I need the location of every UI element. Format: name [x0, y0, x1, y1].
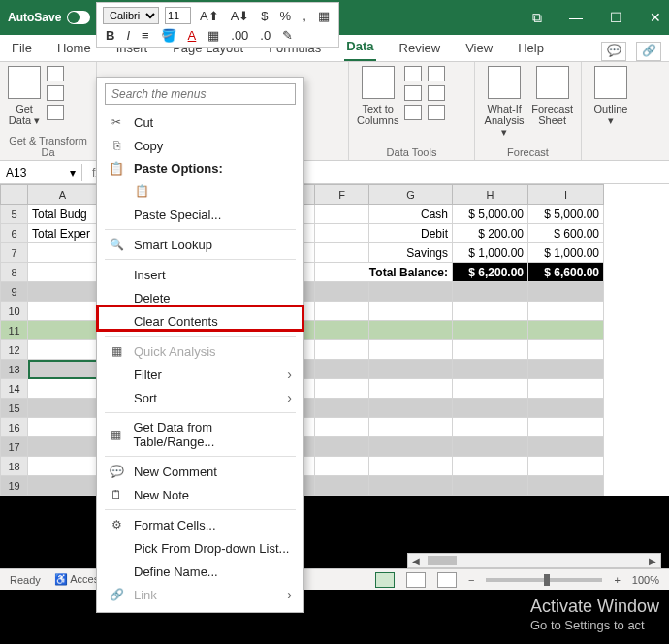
remove-dup-icon[interactable]: [404, 85, 422, 101]
increase-font-icon[interactable]: A⬆: [197, 9, 222, 23]
what-if-icon[interactable]: [488, 66, 521, 99]
font-select[interactable]: Calibri: [103, 7, 159, 24]
ctx-pick-dropdown[interactable]: Pick From Drop-down List...: [97, 536, 303, 560]
italic-button[interactable]: I: [123, 28, 133, 43]
view-page-layout-icon[interactable]: [406, 572, 426, 588]
row-6[interactable]: 6: [1, 224, 28, 243]
view-normal-icon[interactable]: [375, 572, 395, 588]
cell[interactable]: Savings: [369, 243, 453, 263]
tab-review[interactable]: Review: [398, 37, 443, 61]
consolidate-icon[interactable]: [428, 66, 445, 81]
ctx-clear-contents[interactable]: Clear Contents: [97, 309, 303, 333]
col-G[interactable]: G: [369, 185, 453, 205]
get-data-icon[interactable]: [8, 66, 41, 99]
row-5[interactable]: 5: [1, 205, 28, 224]
tab-file[interactable]: File: [10, 37, 34, 61]
view-page-break-icon[interactable]: [437, 572, 457, 588]
row-10[interactable]: 10: [1, 302, 28, 321]
cell[interactable]: $ 1,000.00: [528, 243, 604, 263]
forecast-sheet-icon[interactable]: [536, 66, 569, 99]
maximize-icon[interactable]: ☐: [610, 10, 622, 25]
row-17[interactable]: 17: [1, 437, 28, 457]
row-9[interactable]: 9: [1, 282, 28, 302]
comma-icon[interactable]: ,: [300, 9, 309, 23]
select-all-corner[interactable]: [1, 185, 28, 205]
what-if-button[interactable]: What-If Analysis ▾: [483, 101, 526, 139]
outline-button[interactable]: Outline ▾: [589, 101, 632, 127]
row-16[interactable]: 16: [1, 418, 28, 437]
outline-icon[interactable]: [594, 66, 627, 99]
cell[interactable]: Total Exper: [28, 224, 98, 243]
from-web-icon[interactable]: [47, 85, 64, 101]
minimize-icon[interactable]: —: [569, 10, 583, 25]
cell[interactable]: Cash: [369, 205, 453, 224]
decrease-font-icon[interactable]: A⬇: [228, 9, 253, 23]
active-cell[interactable]: [28, 360, 98, 379]
row-11[interactable]: 11: [1, 321, 28, 340]
text-to-columns-icon[interactable]: [362, 66, 395, 99]
fill-color-icon[interactable]: 🪣: [158, 28, 179, 43]
percent-icon[interactable]: %: [277, 9, 295, 23]
cell[interactable]: $ 6,200.00: [453, 263, 528, 282]
zoom-slider[interactable]: [486, 578, 602, 582]
row-7[interactable]: 7: [1, 243, 28, 263]
cell[interactable]: $ 200.00: [453, 224, 528, 243]
cell[interactable]: $ 6,600.00: [528, 263, 604, 282]
ctx-copy[interactable]: ⎘Copy: [97, 134, 303, 157]
format-table-icon[interactable]: ▦: [315, 9, 333, 23]
ctx-filter[interactable]: Filter: [97, 363, 303, 386]
col-F[interactable]: F: [315, 185, 369, 205]
col-I[interactable]: I: [528, 185, 604, 205]
cell[interactable]: Debit: [369, 224, 453, 243]
ctx-new-note[interactable]: 🗒New Note: [97, 483, 303, 506]
zoom-in-icon[interactable]: +: [614, 574, 620, 586]
flash-fill-icon[interactable]: [404, 66, 422, 81]
forecast-sheet-button[interactable]: Forecast Sheet: [531, 101, 573, 126]
row-14[interactable]: 14: [1, 379, 28, 399]
ctx-format-cells[interactable]: ⚙Format Cells...: [97, 513, 303, 536]
decrease-decimal-icon[interactable]: .00: [228, 28, 251, 43]
close-icon[interactable]: ✕: [650, 10, 661, 25]
status-accessibility[interactable]: ♿ Acces: [54, 573, 99, 586]
tab-help[interactable]: Help: [516, 37, 546, 61]
text-to-columns-button[interactable]: Text to Columns: [357, 101, 398, 126]
zoom-level[interactable]: 100%: [632, 574, 659, 586]
name-box[interactable]: A13▾: [0, 164, 82, 181]
currency-icon[interactable]: $: [258, 9, 271, 23]
ctx-smart-lookup[interactable]: 🔍Smart Lookup: [97, 233, 303, 256]
cell[interactable]: Total Balance:: [315, 263, 453, 282]
zoom-out-icon[interactable]: −: [468, 574, 474, 586]
scroll-left-icon[interactable]: ◀: [408, 556, 424, 566]
get-data-button[interactable]: Get Data ▾: [8, 101, 41, 127]
ctx-paste-special[interactable]: Paste Special...: [97, 203, 303, 226]
ctx-cut[interactable]: ✂Cut: [97, 111, 303, 134]
autosave-toggle[interactable]: [67, 11, 90, 24]
tab-home[interactable]: Home: [55, 37, 93, 61]
ctx-sort[interactable]: Sort: [97, 386, 303, 409]
share-icon[interactable]: 🔗: [636, 42, 661, 61]
cell[interactable]: $ 1,000.00: [453, 243, 528, 263]
cell[interactable]: $ 5,000.00: [453, 205, 528, 224]
ctx-get-data[interactable]: ▦Get Data from Table/Range...: [97, 416, 303, 453]
format-painter-icon[interactable]: ✎: [279, 28, 296, 43]
context-search-input[interactable]: [105, 83, 296, 105]
from-text-icon[interactable]: [47, 66, 64, 81]
data-validation-icon[interactable]: [404, 105, 422, 120]
scroll-thumb[interactable]: [428, 556, 457, 565]
ctx-insert[interactable]: Insert: [97, 263, 303, 286]
row-15[interactable]: 15: [1, 399, 28, 418]
row-18[interactable]: 18: [1, 457, 28, 476]
tab-data[interactable]: Data: [344, 35, 375, 61]
font-color-icon[interactable]: A: [185, 28, 200, 43]
ctx-delete[interactable]: Delete: [97, 286, 303, 309]
scroll-right-icon[interactable]: ▶: [645, 556, 660, 566]
col-H[interactable]: H: [453, 185, 528, 205]
horizontal-scrollbar[interactable]: ◀ ▶: [407, 553, 661, 568]
align-icon[interactable]: ≡: [139, 28, 152, 43]
row-13[interactable]: 13: [1, 360, 28, 379]
row-8[interactable]: 8: [1, 263, 28, 282]
increase-decimal-icon[interactable]: .0: [257, 28, 273, 43]
borders-icon[interactable]: ▦: [205, 28, 222, 43]
ribbon-mode-icon[interactable]: ⧉: [532, 10, 542, 26]
comments-icon[interactable]: 💬: [601, 42, 626, 61]
